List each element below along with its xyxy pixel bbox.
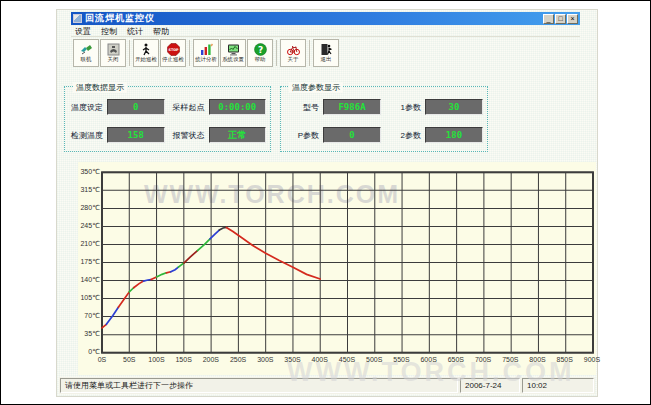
x-tick-label: 800S — [524, 356, 552, 363]
temp-params-title: 温度参数显示 — [289, 82, 343, 93]
param-p-display: 0 — [323, 127, 381, 143]
phone-icon — [107, 43, 120, 56]
help-icon: ? — [254, 43, 267, 56]
x-tick-label: 550S — [387, 356, 415, 363]
stats-chart-icon — [200, 43, 213, 56]
titlebar[interactable]: 回流焊机监控仪 _ □ × — [71, 12, 580, 25]
status-time: 10:02 — [522, 378, 594, 393]
about-button[interactable]: 关于 — [280, 39, 306, 67]
help-button[interactable]: ? 帮助 — [247, 39, 273, 67]
y-tick-label: 140℃ — [78, 276, 100, 284]
stop-scan-button[interactable]: STOP 停止巡检 — [160, 39, 186, 67]
curve-segment — [106, 307, 118, 324]
toolbar-label: 统计分析 — [195, 56, 217, 62]
curve-segment — [171, 267, 179, 272]
x-tick-label: 200S — [197, 356, 225, 363]
exit-icon — [320, 43, 333, 56]
curve-segment — [151, 277, 156, 280]
temp-set-label: 温度设定 — [69, 102, 103, 113]
curve-segment — [129, 288, 133, 292]
start-scan-button[interactable]: 开始巡检 — [133, 39, 159, 67]
temp-data-groupbox: 温度数据显示 温度设定 0 采样起点 0:00:00 检测温度 158 报警状态… — [64, 86, 271, 152]
x-tick-label: 350S — [279, 356, 307, 363]
temperature-chart: WWW.TORCH.COM 350℃315℃280℃245℃210℃175℃14… — [78, 162, 596, 375]
toolbar-separator — [309, 40, 310, 66]
y-tick-label: 0℃ — [78, 348, 100, 356]
y-tick-label: 315℃ — [78, 186, 100, 194]
x-tick-label: 500S — [360, 356, 388, 363]
param2-field: 2参数 180 — [387, 123, 483, 147]
param2-display: 180 — [425, 127, 483, 143]
toolbar-label: 系统设置 — [222, 56, 244, 62]
toolbar-label: 关闭 — [108, 56, 119, 62]
menu-statistics[interactable]: 统计 — [127, 26, 143, 37]
x-tick-label: 650S — [442, 356, 470, 363]
window-title: 回流焊机监控仪 — [85, 12, 155, 25]
screen: 回流焊机监控仪 _ □ × 设置 控制 统计 帮助 联机 关闭 — [0, 0, 651, 405]
alarm-status-label: 报警状态 — [171, 130, 205, 141]
minimize-button[interactable]: _ — [543, 14, 554, 24]
status-message: 请使用菜单或工具栏进行下一步操作 — [60, 378, 458, 393]
maximize-button[interactable]: □ — [555, 14, 566, 24]
temp-set-field: 温度设定 0 — [69, 95, 165, 119]
sample-start-field: 采样起点 0:00:00 — [171, 95, 267, 119]
menu-help[interactable]: 帮助 — [153, 26, 169, 37]
exit-button[interactable]: 退出 — [313, 39, 339, 67]
toolbar-label: 联机 — [81, 56, 92, 62]
x-tick-label: 850S — [551, 356, 579, 363]
toolbar-label: 关于 — [288, 56, 299, 62]
menu-settings[interactable]: 设置 — [75, 26, 91, 37]
x-tick-label: 100S — [142, 356, 170, 363]
toolbar-label: 停止巡检 — [162, 56, 184, 62]
toolbar-label: 帮助 — [255, 56, 266, 62]
monitor-icon — [227, 43, 240, 56]
measured-temp-field: 检测温度 158 — [69, 123, 165, 147]
temp-params-fields: 型号 F986A 1参数 30 P参数 0 2参数 180 — [285, 95, 483, 147]
app-icon — [73, 14, 82, 23]
menu-control[interactable]: 控制 — [101, 26, 117, 37]
temp-data-title: 温度数据显示 — [73, 82, 127, 93]
toolbar-label: 退出 — [321, 56, 332, 62]
curve-segment — [118, 292, 129, 307]
status-date: 2006-7-24 — [460, 378, 520, 393]
param2-label: 2参数 — [387, 130, 421, 141]
x-tick-label: 400S — [306, 356, 334, 363]
disconnect-button[interactable]: 关闭 — [100, 39, 126, 67]
svg-text:?: ? — [257, 45, 262, 55]
model-field: 型号 F986A — [285, 95, 381, 119]
curve-segment — [226, 227, 320, 279]
y-tick-label: 105℃ — [78, 294, 100, 302]
measured-temp-display: 158 — [107, 127, 165, 143]
stop-icon: STOP — [167, 43, 180, 56]
toolbar-separator — [276, 40, 277, 66]
y-tick-label: 35℃ — [78, 330, 100, 338]
x-tick-label: 750S — [496, 356, 524, 363]
curve-segment — [219, 227, 226, 230]
connect-button[interactable]: 联机 — [73, 39, 99, 67]
connect-icon — [80, 43, 93, 56]
walker-icon — [140, 43, 153, 56]
curve-segment — [157, 273, 167, 277]
curve-segment — [184, 251, 198, 263]
close-button[interactable]: × — [567, 14, 578, 24]
x-tick-label: 50S — [115, 356, 143, 363]
toolbar-separator — [129, 40, 130, 66]
temp-params-groupbox: 温度参数显示 型号 F986A 1参数 30 P参数 0 2参数 180 — [280, 86, 488, 152]
model-display: F986A — [323, 99, 381, 115]
x-tick-label: 700S — [469, 356, 497, 363]
stats-analysis-button[interactable]: 统计分析 — [193, 39, 219, 67]
system-settings-button[interactable]: 系统设置 — [220, 39, 246, 67]
bicycle-icon — [287, 43, 300, 56]
x-tick-label: 900S — [578, 356, 606, 363]
y-tick-label: 245℃ — [78, 222, 100, 230]
y-tick-label: 210℃ — [78, 240, 100, 248]
toolbar-label: 开始巡检 — [135, 56, 157, 62]
statusbar: 请使用菜单或工具栏进行下一步操作 2006-7-24 10:02 — [59, 377, 595, 394]
app-window: 回流焊机监控仪 _ □ × 设置 控制 统计 帮助 联机 关闭 — [56, 9, 598, 397]
param1-field: 1参数 30 — [387, 95, 483, 119]
menubar: 设置 控制 统计 帮助 — [71, 26, 580, 37]
x-tick-label: 0S — [88, 356, 116, 363]
param-p-field: P参数 0 — [285, 123, 381, 147]
param1-display: 30 — [425, 99, 483, 115]
alarm-status-field: 报警状态 正常 — [171, 123, 267, 147]
